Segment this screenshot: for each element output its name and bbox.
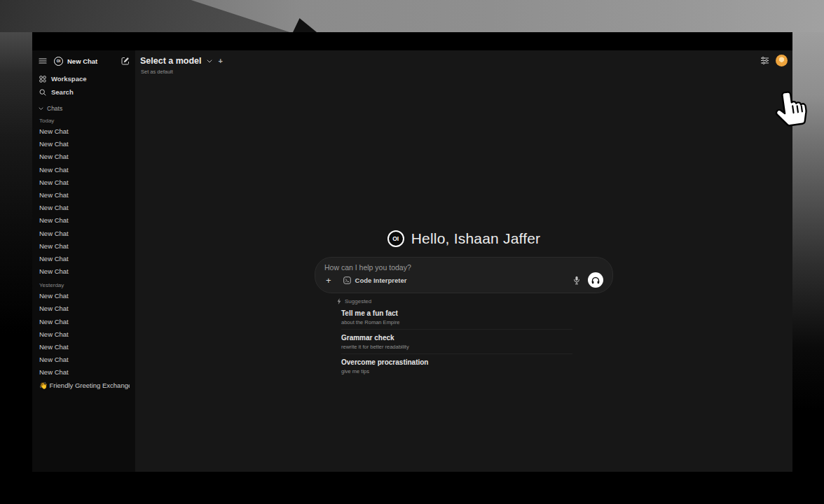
chat-list-item[interactable]: New Chat — [39, 189, 130, 202]
chevron-down-icon — [39, 107, 43, 111]
settings-sliders-icon[interactable] — [760, 56, 769, 65]
chats-section-toggle[interactable]: Chats — [39, 104, 130, 113]
chat-list-item[interactable]: New Chat — [39, 302, 130, 315]
code-interpreter-label: Code Interpreter — [355, 276, 407, 284]
suggestion-item[interactable]: Grammar check rewrite it for better read… — [341, 330, 572, 354]
chat-list-item[interactable]: New Chat — [39, 354, 130, 366]
chat-list-yesterday: New ChatNew ChatNew ChatNew ChatNew Chat… — [39, 290, 130, 392]
voice-call-button[interactable] — [588, 272, 603, 288]
wallpaper-right — [792, 32, 824, 472]
app-logo-icon: OI — [54, 57, 63, 66]
app-logo-icon: OI — [387, 230, 404, 247]
search-icon — [39, 89, 46, 96]
suggested-label: Suggested — [345, 298, 371, 304]
microphone-icon[interactable] — [573, 276, 580, 285]
model-selector-label: Select a model — [140, 56, 202, 66]
code-interpreter-toggle[interactable]: Code Interpreter — [343, 276, 407, 284]
chat-list-item[interactable]: New Chat — [39, 316, 130, 328]
suggestion-title: Tell me a fun fact — [341, 309, 572, 317]
chats-section-label: Chats — [47, 105, 62, 112]
attach-plus-button[interactable]: + — [326, 276, 331, 285]
model-selector[interactable]: Select a model + — [140, 56, 223, 66]
chat-list-item[interactable]: New Chat — [39, 176, 130, 189]
new-chat-icon[interactable] — [121, 57, 130, 65]
workspace-grid-icon — [39, 76, 46, 83]
suggestion-item[interactable]: Tell me a fun fact about the Roman Empir… — [341, 305, 572, 330]
greeting-text: Hello, Ishaan Jaffer — [411, 230, 541, 247]
chat-list-item[interactable]: New Chat — [39, 202, 130, 214]
wallpaper-bottom — [0, 472, 824, 504]
welcome-area: OI Hello, Ishaan Jaffer + Code Interpret… — [315, 230, 613, 378]
chat-list-item[interactable]: New Chat — [39, 341, 130, 354]
bolt-icon — [337, 298, 341, 304]
chat-list-item[interactable]: New Chat — [39, 138, 130, 150]
chat-list-item[interactable]: New Chat — [39, 366, 130, 379]
chat-group-label-today: Today — [39, 118, 130, 124]
app-window: OI New Chat Workspace — [32, 32, 792, 472]
suggestion-item[interactable]: Overcome procrastination give me tips — [341, 354, 572, 378]
chat-list-item[interactable]: New Chat — [39, 290, 130, 302]
sidebar-title: New Chat — [67, 57, 97, 65]
chat-list-item[interactable]: New Chat — [39, 328, 130, 341]
desktop: OI New Chat Workspace — [0, 0, 824, 504]
wallpaper-left — [0, 32, 32, 472]
workspace-label: Workspace — [51, 75, 87, 83]
suggestion-subtitle: give me tips — [341, 368, 572, 374]
chevron-down-icon — [207, 59, 212, 63]
suggested-section: Suggested Tell me a fun fact about the R… — [315, 297, 613, 378]
window-title-bar — [32, 32, 792, 50]
chat-list-today: New ChatNew ChatNew ChatNew ChatNew Chat… — [39, 125, 130, 278]
main-panel: Select a model + Set as default — [135, 50, 792, 472]
chat-list-item[interactable]: New Chat — [39, 240, 130, 253]
chat-list-item[interactable]: New Chat — [39, 164, 130, 176]
chat-list-item[interactable]: New Chat — [39, 227, 130, 240]
sidebar-item-search[interactable]: Search — [39, 86, 130, 98]
chat-group-label-yesterday: Yesterday — [39, 282, 130, 288]
suggestion-subtitle: about the Roman Empire — [341, 319, 572, 326]
suggestion-subtitle: rewrite it for better readability — [341, 344, 572, 350]
set-as-default-link[interactable]: Set as default — [141, 69, 173, 75]
search-label: Search — [51, 88, 74, 96]
chat-list-item[interactable]: New Chat — [39, 265, 130, 278]
chat-list-item[interactable]: New Chat — [39, 125, 130, 138]
chat-list-item[interactable]: New Chat — [39, 253, 130, 265]
suggestion-list: Tell me a fun fact about the Roman Empir… — [337, 305, 613, 378]
sidebar: OI New Chat Workspace — [32, 50, 135, 472]
add-model-button[interactable]: + — [219, 57, 223, 65]
suggestion-title: Overcome procrastination — [341, 358, 572, 366]
headphones-icon — [591, 276, 600, 284]
suggestion-title: Grammar check — [341, 334, 572, 342]
user-avatar[interactable] — [776, 55, 788, 66]
chat-list-item[interactable]: New Chat — [39, 150, 130, 163]
sidebar-item-workspace[interactable]: Workspace — [39, 73, 130, 85]
code-interpreter-icon — [343, 276, 351, 284]
sidebar-toggle-icon[interactable] — [39, 57, 47, 64]
chat-input-box[interactable]: + Code Interpreter — [315, 257, 613, 293]
chat-list-item[interactable]: New Chat — [39, 214, 130, 227]
chat-input[interactable] — [324, 263, 603, 272]
chat-list-item[interactable]: 👋 Friendly Greeting Exchange — [39, 379, 130, 392]
